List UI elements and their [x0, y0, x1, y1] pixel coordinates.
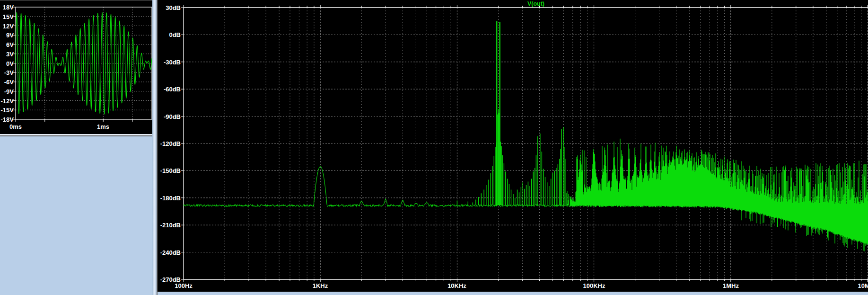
x-axis-label: 10KHz: [440, 282, 473, 289]
y-axis-label: -6V: [0, 79, 14, 86]
spectrum-floor-trace: [184, 167, 566, 206]
x-axis-label: 1KHz: [304, 282, 337, 289]
y-axis-label: -120dB: [156, 140, 181, 147]
y-axis-label: 15V: [0, 13, 14, 20]
y-axis-label: 30dB: [156, 4, 181, 11]
y-axis-label: -15V: [0, 107, 14, 114]
y-axis-label: 18V: [0, 4, 14, 11]
x-axis-label: 100KHz: [578, 282, 611, 289]
y-axis-label: 12V: [0, 23, 14, 30]
spectrum-spikes: [457, 21, 566, 205]
y-axis-label: 0V: [0, 60, 14, 67]
x-axis-label: 10MHz: [851, 282, 868, 289]
x-axis-label: 1ms: [89, 123, 117, 130]
y-axis-label: 3V: [0, 51, 14, 58]
y-axis-label: -60dB: [156, 86, 181, 93]
x-axis-label: 1MHz: [714, 282, 747, 289]
y-axis-label: 9V: [0, 32, 14, 39]
y-axis-label: -210dB: [156, 222, 181, 229]
y-axis-label: -90dB: [156, 113, 181, 120]
y-axis-label: -18V: [0, 116, 14, 123]
waveform-viewer-window: V(out) 18V15V12V9V6V3V0V-3V-6V-9V-12V-15…: [0, 0, 868, 295]
y-axis-label: -12V: [0, 98, 14, 105]
x-axis-label: 100Hz: [167, 282, 200, 289]
y-axis-label: -150dB: [156, 167, 181, 174]
y-axis-label: -30dB: [156, 59, 181, 66]
y-axis-label: 6V: [0, 41, 14, 48]
time-trace: [16, 12, 152, 115]
y-axis-label: -9V: [0, 88, 14, 95]
y-axis-label: -240dB: [156, 249, 181, 256]
y-axis-label: -180dB: [156, 195, 181, 202]
y-axis-label: -3V: [0, 69, 14, 76]
y-axis-label: 0dB: [156, 31, 181, 38]
x-axis-label: 0ms: [1, 123, 30, 130]
charts-canvas: [0, 0, 868, 295]
